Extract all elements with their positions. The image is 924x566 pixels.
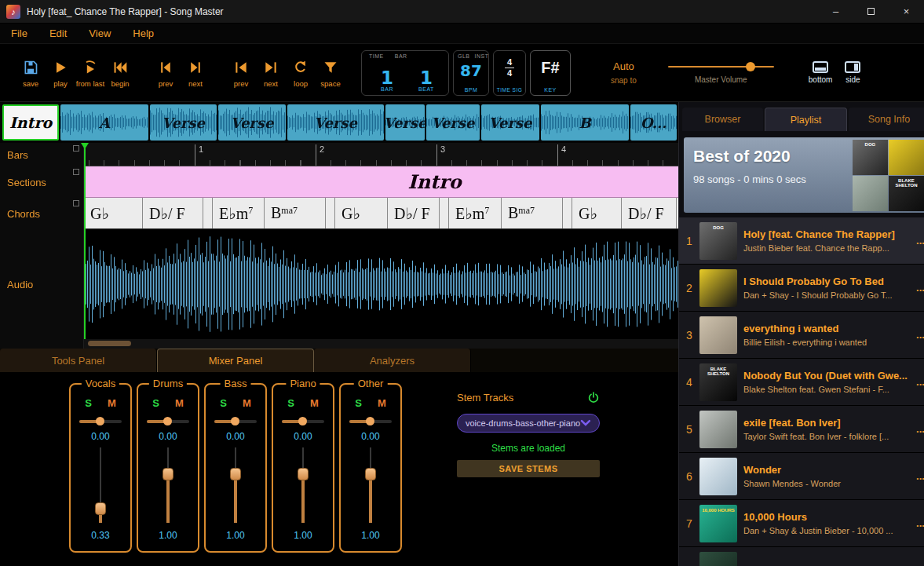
overview-section[interactable]: Verse xyxy=(218,104,286,141)
track-label-sections[interactable]: Sections xyxy=(0,166,83,198)
key-display[interactable]: F# KEY xyxy=(530,50,571,96)
bar-mode-label[interactable]: BAR xyxy=(395,53,407,59)
pan-slider[interactable] xyxy=(214,417,257,425)
chord-cell[interactable]: E♭m7 xyxy=(449,198,502,228)
pan-slider[interactable] xyxy=(147,417,189,425)
library-tab[interactable]: Song Info xyxy=(849,108,924,131)
chord-cell[interactable]: D♭/ F xyxy=(143,198,203,228)
mute-button[interactable]: M xyxy=(108,397,116,409)
bpm-display[interactable]: GLBINST 87 BPM xyxy=(453,50,489,96)
chord-cell[interactable]: G♭ xyxy=(572,198,622,228)
inst-label[interactable]: INST xyxy=(475,53,489,59)
song-row[interactable]: 2 I Should Probably Go To Bed Dan + Shay… xyxy=(679,265,924,312)
chord-cell[interactable]: G♭ xyxy=(335,198,388,228)
audio-waveform[interactable] xyxy=(84,229,678,339)
save-button[interactable]: save xyxy=(16,57,46,88)
song-row[interactable]: 3 everything i wanted Billie Eilish - ev… xyxy=(679,312,924,359)
master-volume-slider[interactable] xyxy=(668,61,774,72)
chord-cell[interactable]: Bma7 xyxy=(502,198,563,228)
overview-section[interactable]: Verse xyxy=(481,104,539,141)
song-menu-button[interactable]: ... xyxy=(908,282,924,294)
pan-slider[interactable] xyxy=(79,417,122,425)
chord-cell[interactable] xyxy=(563,198,572,228)
fader-handle[interactable] xyxy=(365,468,376,480)
menu-item[interactable]: View xyxy=(78,24,122,44)
mute-button[interactable]: M xyxy=(243,397,251,409)
overview-section[interactable]: Verse xyxy=(385,104,425,141)
chord-cell[interactable] xyxy=(203,198,213,228)
volume-fader[interactable] xyxy=(365,447,376,523)
close-button[interactable]: × xyxy=(889,0,924,24)
playhead-marker-icon[interactable] xyxy=(81,143,89,149)
mute-button[interactable]: M xyxy=(378,397,386,409)
overview-section[interactable]: Verse xyxy=(426,104,480,141)
pan-handle[interactable] xyxy=(96,417,104,425)
stems-dropdown[interactable]: voice-drums-bass-other-piano xyxy=(457,414,600,433)
bar-beat-display[interactable]: TIMEBAR 1 BAR 1 BEAT xyxy=(361,50,449,96)
bars-toggle-icon[interactable] xyxy=(73,145,79,152)
play-from-last-button[interactable]: from last xyxy=(75,57,105,88)
fader-handle[interactable] xyxy=(298,468,309,480)
chord-cell[interactable]: E♭m7 xyxy=(213,198,265,228)
pan-handle[interactable] xyxy=(298,417,307,425)
panel-tab[interactable]: Mixer Panel xyxy=(157,349,314,372)
playhead[interactable] xyxy=(84,143,86,339)
maximize-button[interactable] xyxy=(853,0,889,24)
song-row[interactable]: 5 exile [feat. Bon Iver] Taylor Swift fe… xyxy=(679,406,924,453)
overview-section[interactable]: Verse xyxy=(150,104,217,141)
track-label-chords[interactable]: Chords xyxy=(0,198,83,229)
song-menu-button[interactable]: ... xyxy=(908,423,924,435)
play-button[interactable]: play xyxy=(46,57,75,88)
next-bar-button[interactable]: next xyxy=(181,57,210,88)
fader-handle[interactable] xyxy=(163,468,173,480)
loop-button[interactable]: loop xyxy=(286,57,316,88)
song-row[interactable]: ... xyxy=(679,547,924,566)
song-row[interactable]: 6 Wonder Shawn Mendes - Wonder ... xyxy=(679,453,924,500)
time-signature-display[interactable]: 4 4 TIME SIG xyxy=(493,50,526,96)
panel-tab[interactable]: Analyzers xyxy=(314,349,471,372)
chord-cell[interactable]: G♭ xyxy=(84,198,143,228)
time-mode-label[interactable]: TIME xyxy=(369,53,384,59)
volume-handle[interactable] xyxy=(746,62,755,71)
next-section-button[interactable]: next xyxy=(256,57,286,88)
audio-track[interactable] xyxy=(84,229,678,339)
menu-item[interactable]: File xyxy=(0,24,38,44)
pan-handle[interactable] xyxy=(163,417,172,425)
volume-track[interactable] xyxy=(668,66,774,68)
menu-item[interactable]: Edit xyxy=(38,24,78,44)
chord-cell[interactable]: D♭/ F xyxy=(388,198,440,228)
timeline-hscrollbar-handle[interactable] xyxy=(88,341,131,346)
snap-auto-label[interactable]: Auto xyxy=(613,60,634,72)
section-band[interactable]: Intro xyxy=(84,166,678,198)
pan-handle[interactable] xyxy=(231,417,239,425)
side-panel-button[interactable]: side xyxy=(845,61,860,84)
sections-toggle-icon[interactable] xyxy=(73,169,79,175)
overview-section[interactable]: O... xyxy=(630,104,677,141)
song-menu-button[interactable]: ... xyxy=(908,329,924,341)
track-label-bars[interactable]: Bars xyxy=(0,143,83,166)
song-menu-button[interactable]: ... xyxy=(908,235,924,246)
overview-section[interactable]: Intro xyxy=(2,104,59,141)
begin-button[interactable]: begin xyxy=(105,57,135,88)
bar-ruler[interactable]: 1 2 3 4 xyxy=(84,143,678,166)
solo-button[interactable]: S xyxy=(355,397,362,409)
song-menu-button[interactable]: ... xyxy=(908,376,924,388)
panel-tab[interactable]: Tools Panel xyxy=(0,349,157,372)
stems-power-icon[interactable] xyxy=(587,391,600,404)
fader-handle[interactable] xyxy=(230,468,241,480)
overview-section[interactable]: A xyxy=(60,104,148,141)
song-menu-button[interactable]: ... xyxy=(908,517,924,529)
chord-cell[interactable] xyxy=(326,198,335,228)
glb-label[interactable]: GLB xyxy=(458,53,470,59)
pan-slider[interactable] xyxy=(349,417,392,425)
fader-handle[interactable] xyxy=(95,502,106,515)
library-tab[interactable]: Playlist xyxy=(765,108,847,131)
chord-cell[interactable]: D♭/ F xyxy=(622,198,677,228)
volume-fader[interactable] xyxy=(163,447,173,523)
timeline-hscrollbar[interactable] xyxy=(84,339,678,349)
volume-fader[interactable] xyxy=(95,447,106,523)
solo-button[interactable]: S xyxy=(220,397,227,409)
solo-button[interactable]: S xyxy=(287,397,294,409)
bottom-panel-button[interactable]: bottom xyxy=(809,61,833,84)
song-menu-button[interactable]: ... xyxy=(908,470,924,482)
